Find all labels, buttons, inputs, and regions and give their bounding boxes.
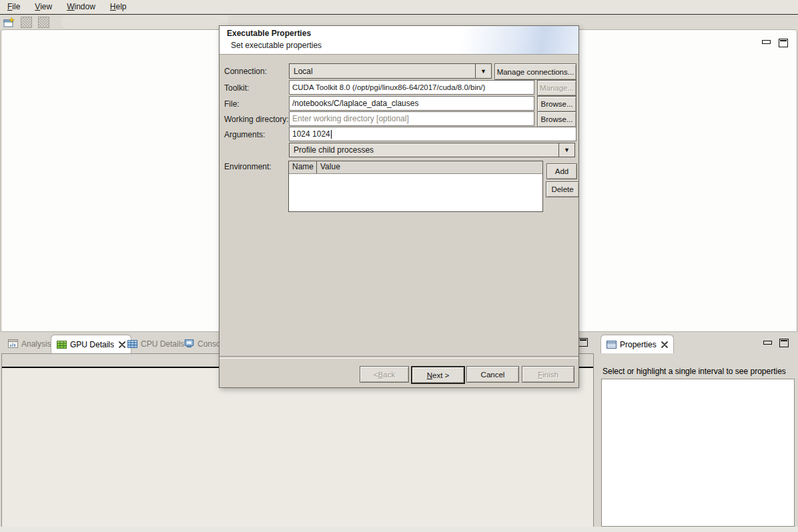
column-header-value[interactable]: Value: [317, 161, 344, 173]
toolkit-field[interactable]: CUDA Toolkit 8.0 (/opt/pgi/linux86-64/20…: [289, 80, 534, 95]
working-directory-placeholder: Enter working directory [optional]: [292, 114, 409, 123]
cpu-details-icon: [127, 340, 137, 348]
toolkit-label: Toolkit:: [224, 83, 249, 93]
dialog-title: Executable Properties: [227, 29, 311, 38]
wizard-banner-graphic: [412, 26, 578, 54]
maximize-view-icon[interactable]: [779, 39, 788, 47]
back-button[interactable]: < Back: [360, 366, 409, 383]
save-session-as-button[interactable]: ...: [37, 17, 49, 28]
menu-bar: File View Window Help: [0, 0, 798, 15]
column-header-name[interactable]: Name: [289, 161, 317, 173]
tab-analysis[interactable]: Analysis: [3, 335, 57, 353]
menu-window[interactable]: Window: [59, 0, 103, 14]
tab-label: Analysis: [21, 339, 51, 349]
cancel-button[interactable]: Cancel: [466, 366, 519, 383]
file-label: File:: [224, 99, 240, 109]
status-bar: [0, 527, 798, 532]
properties-message: Select or highlight a single interval to…: [603, 367, 786, 376]
environment-table[interactable]: Name Value: [288, 161, 543, 212]
dialog-subtitle: Set executable properties: [231, 41, 322, 50]
browse-file-button[interactable]: Browse...: [537, 96, 576, 112]
properties-content: [601, 379, 795, 527]
dialog-header: Executable Properties Set executable pro…: [220, 26, 578, 55]
save-session-button[interactable]: [20, 17, 32, 28]
manage-toolkit-button[interactable]: Manage...: [537, 80, 576, 96]
connection-combo[interactable]: Local ▼: [289, 63, 492, 79]
menu-help[interactable]: Help: [103, 0, 134, 14]
profile-mode-value: Profile child processes: [294, 145, 374, 155]
text-cursor: [331, 130, 332, 139]
minimize-properties-icon[interactable]: [763, 341, 772, 345]
gpu-details-icon: [57, 341, 67, 349]
tab-gpu-details[interactable]: GPU Details: [51, 335, 131, 353]
tab-properties[interactable]: Properties: [601, 335, 674, 353]
tab-label: CPU Details: [141, 339, 184, 349]
add-env-button[interactable]: Add: [546, 163, 577, 179]
environment-table-header: Name Value: [289, 161, 542, 174]
new-session-button[interactable]: [3, 17, 15, 28]
dialog-separator: [220, 356, 578, 359]
connection-value: Local: [294, 67, 313, 76]
toolkit-value: CUDA Toolkit 8.0 (/opt/pgi/linux86-64/20…: [292, 83, 485, 91]
file-field[interactable]: /notebooks/C/laplace_data_clauses: [289, 96, 534, 111]
maximize-bottom-panel-icon[interactable]: [578, 338, 588, 347]
next-button[interactable]: Next >: [411, 366, 465, 384]
minimize-view-icon[interactable]: [762, 40, 771, 44]
working-directory-label: Working directory:: [224, 115, 288, 124]
tab-label: GPU Details: [70, 340, 114, 349]
menu-view[interactable]: View: [27, 0, 59, 14]
console-icon: [184, 339, 194, 348]
arguments-value: 1024 1024: [292, 129, 330, 139]
manage-connections-button[interactable]: Manage connections...: [494, 63, 576, 80]
chevron-down-icon[interactable]: ▼: [475, 64, 491, 78]
environment-label: Environment:: [224, 162, 272, 171]
file-value: /notebooks/C/laplace_data_clauses: [292, 99, 418, 108]
analysis-icon: [8, 339, 18, 348]
maximize-properties-icon[interactable]: [779, 339, 789, 347]
chevron-down-icon[interactable]: ▼: [558, 143, 574, 157]
connection-label: Connection:: [224, 67, 267, 76]
tab-label: Properties: [620, 340, 657, 349]
delete-env-button[interactable]: Delete: [546, 181, 579, 197]
save-session-icon-disabled: [21, 17, 32, 28]
finish-button[interactable]: Finish: [522, 366, 574, 383]
close-tab-icon[interactable]: [661, 341, 668, 348]
profile-mode-combo[interactable]: Profile child processes ▼: [289, 143, 575, 157]
arguments-field[interactable]: 1024 1024: [289, 127, 576, 141]
toolbar-group: [61, 15, 228, 29]
new-session-icon: [3, 17, 15, 28]
arguments-label: Arguments:: [224, 130, 265, 139]
browse-workdir-button[interactable]: Browse...: [537, 111, 576, 127]
executable-properties-dialog: Executable Properties Set executable pro…: [219, 25, 579, 388]
working-directory-field[interactable]: Enter working directory [optional]: [289, 111, 534, 126]
properties-icon: [607, 341, 617, 349]
menu-file[interactable]: File: [0, 0, 27, 14]
